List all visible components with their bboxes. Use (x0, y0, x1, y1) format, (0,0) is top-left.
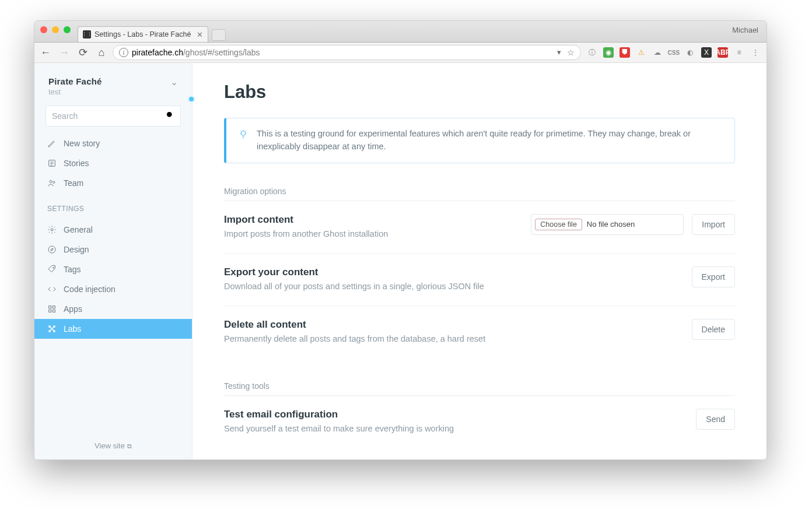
test-email-title: Test email configuration (224, 409, 454, 420)
sidebar-item-label: Code injection (64, 285, 116, 294)
site-info-icon[interactable]: i (119, 48, 128, 57)
blog-switcher[interactable]: Pirate Faché test ⌄ (34, 63, 192, 106)
code-icon (47, 285, 57, 294)
address-bar[interactable]: i piratefache.ch/ghost/#/settings/labs ▾… (113, 45, 581, 60)
extension-shield-icon[interactable]: ◉ (603, 47, 614, 58)
extension-ublock-icon[interactable]: ⛊ (620, 47, 630, 58)
chevron-down-icon: ⌄ (170, 76, 178, 87)
browser-menu-icon[interactable]: ⋮ (750, 47, 761, 58)
delete-description: Permanently delete all posts and tags fr… (224, 333, 485, 345)
sidebar: Pirate Faché test ⌄ New story (34, 63, 192, 459)
bookmark-star-icon[interactable]: ☆ (567, 48, 575, 57)
window-minimize-button[interactable] (52, 26, 59, 33)
tab-title: Settings - Labs - Pirate Faché (94, 30, 191, 38)
list-icon (47, 159, 57, 168)
search-input[interactable] (52, 111, 166, 121)
section-label-testing: Testing tools (224, 381, 735, 391)
team-icon (47, 178, 57, 188)
choose-file-button[interactable]: Choose file (535, 219, 582, 230)
apps-icon (47, 304, 57, 314)
row-import-content: Import content Import posts from another… (224, 201, 735, 254)
extension-warn-icon[interactable]: ⚠ (636, 47, 646, 58)
browser-toolbar: ← → ⟳ ⌂ i piratefache.ch/ghost/#/setting… (34, 43, 766, 63)
svg-rect-14 (49, 310, 51, 312)
svg-marker-10 (51, 248, 53, 251)
tag-icon (47, 265, 57, 274)
settings-heading: SETTINGS (34, 196, 192, 216)
url-host: piratefache.ch (132, 48, 183, 57)
svg-line-26 (241, 131, 242, 131)
update-indicator[interactable] (187, 95, 195, 103)
sidebar-item-label: New story (64, 139, 100, 148)
nav-reload-button[interactable]: ⟳ (75, 45, 90, 60)
translate-icon[interactable]: ▾ (557, 48, 561, 57)
browser-window: ⋮⋮ Settings - Labs - Pirate Faché ✕ Mich… (34, 20, 767, 460)
section-label-migration: Migration options (224, 187, 735, 196)
extension-x-icon[interactable]: X (701, 47, 712, 58)
main-content: Labs This is a testing ground for experi… (192, 63, 766, 459)
sidebar-item-labs[interactable]: Labs (34, 319, 192, 339)
extension-css-icon[interactable]: CSS (668, 47, 679, 58)
svg-line-27 (246, 131, 246, 131)
svg-point-11 (53, 267, 54, 268)
delete-title: Delete all content (224, 319, 485, 331)
delete-button[interactable]: Delete (692, 319, 735, 340)
nav-forward-button[interactable]: → (57, 45, 72, 60)
sidebar-item-tags[interactable]: Tags (34, 259, 192, 279)
sidebar-item-label: Labs (64, 324, 81, 334)
svg-point-8 (51, 229, 53, 231)
sidebar-item-stories[interactable]: Stories (34, 153, 192, 173)
sidebar-item-label: General (64, 225, 93, 234)
export-description: Download all of your posts and settings … (224, 280, 484, 293)
extension-chat-icon[interactable]: ☁ (652, 47, 663, 58)
nav-home-button[interactable]: ⌂ (94, 45, 109, 60)
row-test-email: Test email configuration Send yourself a… (224, 396, 735, 448)
blog-subtitle: test (48, 87, 102, 96)
sidebar-item-code-injection[interactable]: Code injection (34, 279, 192, 299)
sidebar-item-general[interactable]: General (34, 220, 192, 240)
sidebar-item-label: Team (64, 178, 83, 188)
nav-back-button[interactable]: ← (38, 45, 53, 60)
export-button[interactable]: Export (692, 266, 735, 287)
traffic-lights (40, 26, 71, 33)
extension-db-icon[interactable]: ≡ (734, 47, 744, 58)
sidebar-item-label: Stories (64, 159, 89, 168)
window-close-button[interactable] (40, 26, 47, 33)
row-export-content: Export your content Download all of your… (224, 254, 735, 306)
search-box[interactable] (46, 106, 181, 127)
window-maximize-button[interactable] (64, 26, 71, 33)
sidebar-item-team[interactable]: Team (34, 173, 192, 193)
svg-point-22 (241, 131, 246, 136)
gear-icon (47, 225, 57, 234)
chrome-profile-label[interactable]: Michael (732, 26, 758, 34)
svg-point-9 (48, 246, 55, 253)
tab-close-icon[interactable]: ✕ (197, 30, 203, 39)
tab-favicon: ⋮⋮ (83, 30, 91, 38)
sidebar-item-new-story[interactable]: New story (34, 134, 192, 153)
import-description: Import posts from another Ghost installa… (224, 228, 388, 240)
sidebar-item-label: Design (64, 245, 89, 254)
extension-abp-icon[interactable]: ABP (718, 47, 728, 58)
test-email-description: Send yourself a test email to make sure … (224, 423, 454, 435)
labs-icon (47, 324, 57, 334)
window-titlebar: ⋮⋮ Settings - Labs - Pirate Faché ✕ Mich… (34, 21, 766, 43)
extension-circle-icon[interactable]: ◐ (685, 47, 695, 58)
export-title: Export your content (224, 266, 484, 278)
import-button[interactable]: Import (692, 214, 735, 235)
sidebar-item-design[interactable]: Design (34, 240, 192, 259)
sidebar-item-apps[interactable]: Apps (34, 299, 192, 319)
svg-point-6 (50, 180, 52, 182)
svg-line-1 (171, 116, 173, 118)
send-test-email-button[interactable]: Send (696, 409, 735, 430)
sidebar-item-label: Tags (64, 265, 81, 274)
svg-point-7 (53, 181, 55, 183)
file-input[interactable]: Choose file No file chosen (531, 214, 684, 235)
browser-tab[interactable]: ⋮⋮ Settings - Labs - Pirate Faché ✕ (78, 26, 208, 42)
page-title: Labs (224, 82, 735, 103)
labs-warning-alert: This is a testing ground for experimenta… (224, 118, 735, 163)
extension-info-icon[interactable]: ⓘ (587, 47, 597, 58)
new-tab-button[interactable] (212, 29, 226, 41)
blog-title: Pirate Faché (48, 76, 102, 86)
view-site-link[interactable]: View site⧉ (34, 433, 192, 459)
import-title: Import content (224, 214, 388, 226)
